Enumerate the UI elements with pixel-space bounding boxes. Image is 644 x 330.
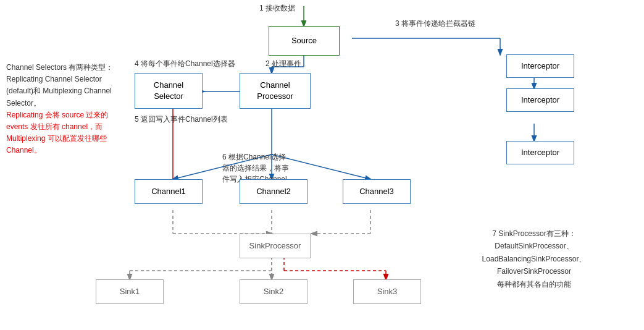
label-7: 7 SinkProcessor有三种： DefaultSinkProcessor… <box>451 227 617 290</box>
channel-processor-box: ChannelProcessor <box>240 73 311 109</box>
channel2-box: Channel2 <box>240 179 307 204</box>
interceptor1-box: Interceptor <box>506 54 574 78</box>
sink3-box: Sink3 <box>353 279 421 304</box>
interceptor3-box: Interceptor <box>506 141 574 164</box>
sink2-box: Sink2 <box>240 279 307 304</box>
source-box: Source <box>269 26 340 56</box>
channel1-box: Channel1 <box>135 179 203 204</box>
label-3: 3 将事件传递给拦截器链 <box>395 19 475 29</box>
label-1: 1 接收数据 <box>259 3 295 14</box>
channel3-box: Channel3 <box>343 179 411 204</box>
channel-selector-box: ChannelSelector <box>135 73 203 109</box>
sink-processor-box: SinkProcessor <box>240 234 311 258</box>
interceptor2-box: Interceptor <box>506 88 574 112</box>
sidebar-normal-text: Channel Selectors 有两种类型：Replicating Chan… <box>6 63 113 108</box>
diagram-container: Channel Selectors 有两种类型：Replicating Chan… <box>0 0 644 330</box>
sidebar-highlight-text: Replicating 会将 source 过来的 events 发往所有 ch… <box>6 111 108 155</box>
label-5: 5 返回写入事件Channel列表 <box>135 114 228 125</box>
sidebar-text: Channel Selectors 有两种类型：Replicating Chan… <box>6 62 130 157</box>
label-2: 2 处理事件 <box>266 59 301 69</box>
sink1-box: Sink1 <box>96 279 164 304</box>
label-4: 4 将每个事件给Channel选择器 <box>135 59 235 69</box>
